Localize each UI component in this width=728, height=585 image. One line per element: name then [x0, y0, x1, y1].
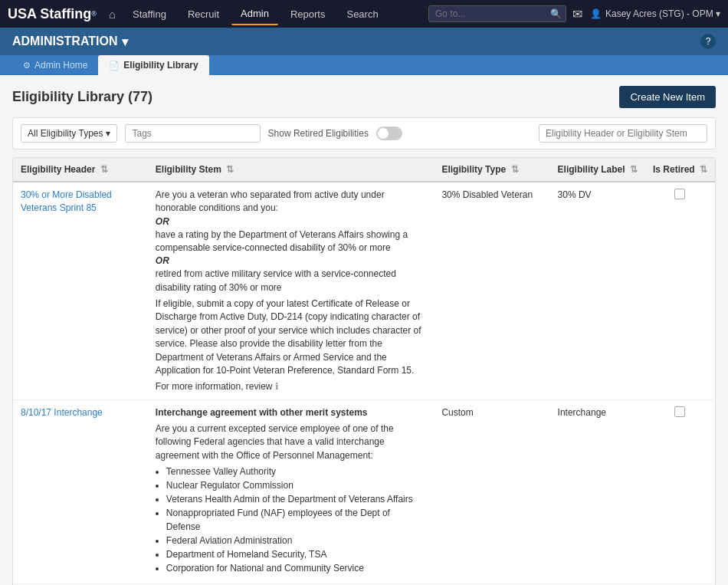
tab-eligibility-library[interactable]: 📄 Eligibility Library — [98, 55, 208, 75]
user-menu[interactable]: 👤 Kasey Acres (STG) - OPM ▾ — [590, 8, 720, 19]
stem-or-2: OR — [156, 255, 427, 268]
nav-staffing[interactable]: Staffing — [123, 4, 175, 25]
sort-icon-label: ⇅ — [630, 164, 638, 175]
stem-paragraph: Are you a current excepted service emplo… — [156, 422, 427, 462]
sort-icon-retired: ⇅ — [700, 164, 707, 175]
help-button[interactable]: ? — [700, 34, 716, 49]
col-header-eligibility-stem[interactable]: Eligibility Stem ⇅ — [148, 158, 435, 182]
list-item: Federal Aviation Administration — [166, 534, 427, 547]
tags-filter-input[interactable] — [125, 124, 260, 143]
stem-or: OR — [156, 215, 427, 228]
retired-checkbox[interactable] — [674, 189, 685, 199]
sort-icon-header: ⇅ — [100, 164, 108, 175]
stem-title: Interchange agreement with other merit s… — [156, 406, 427, 419]
admin-title-text: ADMINISTRATION — [12, 35, 117, 48]
nav-search[interactable]: Search — [337, 4, 387, 25]
page-content: Eligibility Library (77) Create New Item… — [0, 75, 728, 585]
retired-checkbox[interactable] — [674, 406, 685, 417]
top-nav-right: ✉ 👤 Kasey Acres (STG) - OPM ▾ — [572, 7, 720, 21]
col-header-eligibility-label[interactable]: Eligibility Label ⇅ — [550, 158, 645, 182]
col-header-eligibility-type[interactable]: Eligibility Type ⇅ — [434, 158, 549, 182]
list-item: Tennessee Valley Authority — [166, 465, 427, 478]
page-header: Eligibility Library (77) Create New Item — [12, 86, 716, 108]
cell-eligibility-type: 30% Disabled Veteran — [434, 182, 549, 400]
sort-icon-stem: ⇅ — [226, 164, 234, 175]
col-header-is-retired[interactable]: Is Retired ⇅ — [645, 158, 715, 182]
mail-icon[interactable]: ✉ — [572, 7, 582, 21]
stem-text-4: If eligible, submit a copy of your lates… — [156, 297, 427, 377]
global-search-bar[interactable]: 🔍 — [428, 5, 566, 22]
nav-menu: Staffing Recruit Admin Reports Search — [123, 3, 428, 25]
col-header-eligibility-header[interactable]: Eligibility Header ⇅ — [13, 158, 148, 182]
eligibility-type-filter[interactable]: All Eligibility Types ▾ — [21, 124, 117, 143]
show-retired-label: Show Retired Eligibilities — [268, 128, 369, 139]
list-item: Veterans Health Admin of the Department … — [166, 492, 427, 506]
page-title: Eligibility Library (77) — [12, 89, 152, 105]
admin-chevron-icon: ▾ — [122, 35, 128, 49]
brand-logo: USA Staffing® — [8, 6, 97, 22]
cell-eligibility-label: Interchange — [550, 400, 645, 584]
nav-reports[interactable]: Reports — [281, 4, 335, 25]
table-row: 30% or More Disabled Veterans Sprint 85A… — [13, 182, 715, 400]
admin-title[interactable]: ADMINISTRATION ▾ — [12, 35, 128, 49]
cell-eligibility-label: 30% DV — [550, 182, 645, 400]
document-icon: 📄 — [109, 61, 120, 71]
stem-text-3: retired from active military service wit… — [156, 268, 427, 294]
type-filter-chevron-icon: ▾ — [106, 128, 110, 139]
admin-banner: ADMINISTRATION ▾ ? — [0, 28, 728, 55]
user-label: Kasey Acres (STG) - OPM ▾ — [605, 8, 720, 19]
filter-row: All Eligibility Types ▾ Show Retired Eli… — [12, 117, 716, 150]
table-row: 8/10/17 InterchangeInterchange agreement… — [13, 400, 715, 584]
sort-icon-type: ⇅ — [511, 164, 519, 175]
eligibility-search-input[interactable] — [539, 124, 707, 143]
eligibility-header-link[interactable]: 8/10/17 Interchange — [21, 407, 103, 418]
cell-eligibility-stem: Are you a veteran who separated from act… — [148, 182, 435, 400]
list-item: Corporation for National and Community S… — [166, 561, 427, 575]
nav-recruit[interactable]: Recruit — [179, 4, 228, 25]
list-item: Nuclear Regulator Commission — [166, 478, 427, 492]
nav-admin[interactable]: Admin — [231, 3, 278, 25]
stem-paragraph: Are you a veteran who separated from act… — [156, 189, 427, 215]
create-new-item-button[interactable]: Create New Item — [619, 86, 716, 108]
cell-eligibility-type: Custom — [434, 400, 549, 584]
list-item: Department of Homeland Security, TSA — [166, 547, 427, 561]
cell-is-retired — [645, 400, 715, 584]
tab-admin-home[interactable]: ⚙ Admin Home — [12, 55, 98, 75]
tab-eligibility-library-label: Eligibility Library — [123, 60, 198, 71]
stem-review-link: For more information, review ℹ — [156, 380, 427, 393]
top-navigation: USA Staffing® ⌂ Staffing Recruit Admin R… — [0, 0, 728, 28]
cell-eligibility-header: 30% or More Disabled Veterans Sprint 85 — [13, 182, 148, 400]
table-header-row: Eligibility Header ⇅ Eligibility Stem ⇅ … — [13, 158, 715, 182]
show-retired-toggle[interactable] — [376, 127, 402, 140]
brand-name: USA Staffing — [8, 6, 91, 22]
home-icon[interactable]: ⌂ — [109, 8, 116, 21]
brand-trademark: ® — [91, 10, 97, 18]
cell-eligibility-header: 8/10/17 Interchange — [13, 400, 148, 584]
eligibility-type-label: All Eligibility Types — [28, 128, 103, 139]
tabs-bar: ⚙ Admin Home 📄 Eligibility Library — [0, 55, 728, 75]
cell-is-retired — [645, 182, 715, 400]
stem-text-2: have a rating by the Department of Veter… — [156, 228, 427, 255]
search-icon: 🔍 — [550, 8, 562, 19]
info-icon[interactable]: ℹ — [275, 381, 279, 392]
gear-icon: ⚙ — [23, 61, 31, 71]
eligibility-table: Eligibility Header ⇅ Eligibility Stem ⇅ … — [12, 157, 716, 585]
eligibility-header-link[interactable]: 30% or More Disabled Veterans Sprint 85 — [21, 189, 112, 213]
cell-eligibility-stem: Interchange agreement with other merit s… — [148, 400, 435, 584]
user-icon: 👤 — [590, 8, 602, 19]
tab-admin-home-label: Admin Home — [34, 60, 87, 71]
stem-list: Tennessee Valley AuthorityNuclear Regula… — [166, 465, 427, 575]
global-search-input[interactable] — [435, 8, 550, 19]
toggle-knob — [378, 128, 389, 139]
list-item: Nonappropriated Fund (NAF) employees of … — [166, 506, 427, 534]
